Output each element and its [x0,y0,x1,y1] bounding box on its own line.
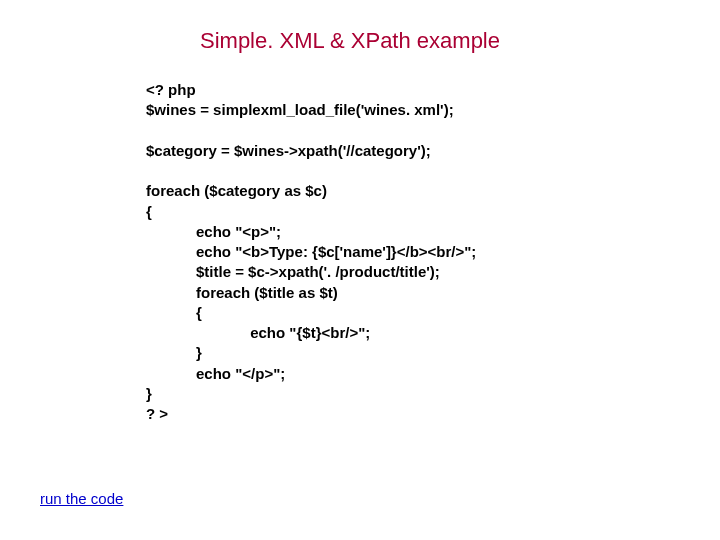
code-line: } [146,385,152,402]
code-line: $title = $c->xpath('. /product/title'); [146,263,440,280]
code-line: foreach ($title as $t) [146,284,338,301]
code-line: echo "{$t}<br/>"; [146,324,370,341]
code-line: { [146,304,202,321]
code-block: <? php $wines = simplexml_load_file('win… [146,80,476,424]
code-line: } [146,344,202,361]
code-line: ? > [146,405,168,422]
code-line: $category = $wines->xpath('//category'); [146,142,431,159]
code-line: echo "<p>"; [146,223,281,240]
code-line: { [146,203,152,220]
code-line: <? php [146,81,196,98]
code-line: foreach ($category as $c) [146,182,327,199]
code-line: $wines = simplexml_load_file('wines. xml… [146,101,454,118]
code-line: echo "</p>"; [146,365,285,382]
page-title: Simple. XML & XPath example [200,28,500,54]
code-line: echo "<b>Type: {$c['name']}</b><br/>"; [146,243,476,260]
run-code-link[interactable]: run the code [40,490,123,507]
